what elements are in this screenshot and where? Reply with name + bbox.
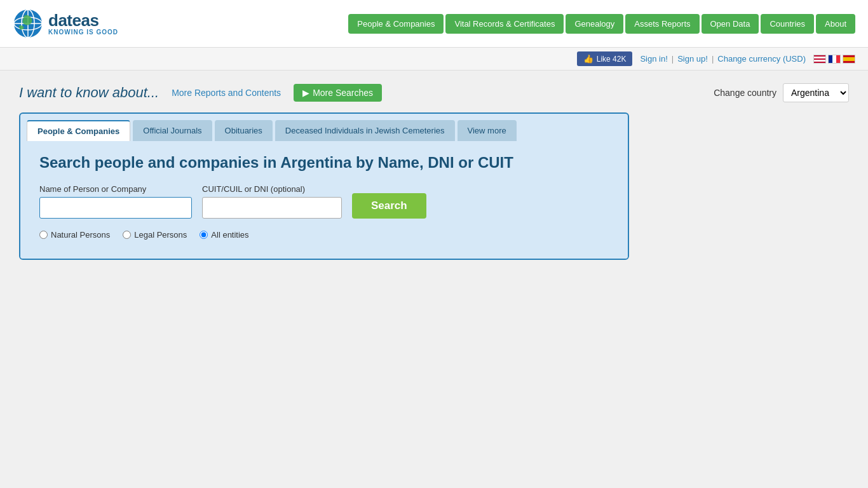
natural-persons-text: Natural Persons — [51, 230, 110, 240]
legal-persons-radio[interactable] — [123, 231, 131, 239]
search-panel: People & Companies Official Journals Obi… — [19, 112, 629, 260]
tab-obituaries[interactable]: Obituaries — [215, 120, 273, 141]
flag-fr-icon[interactable] — [828, 55, 841, 64]
know-title: I want to know about... — [19, 85, 159, 101]
all-entities-text: All entities — [211, 230, 248, 240]
nav-vital-records[interactable]: Vital Records & Certificates — [445, 14, 564, 34]
logo-area: dateas KNOWING IS GOOD — [13, 8, 118, 39]
flag-es-icon[interactable] — [843, 55, 855, 64]
name-label: Name of Person or Company — [39, 184, 192, 194]
nav-open-data[interactable]: Open Data — [702, 14, 759, 34]
change-country-label: Change country — [714, 88, 776, 98]
nav-countries[interactable]: Countries — [761, 14, 814, 34]
main-nav: People & Companies Vital Records & Certi… — [348, 14, 855, 34]
language-flags — [813, 55, 855, 64]
nav-people-companies[interactable]: People & Companies — [348, 14, 444, 34]
brand-tagline: KNOWING IS GOOD — [48, 29, 118, 36]
sign-up-link[interactable]: Sign up! — [677, 54, 708, 64]
natural-persons-radio[interactable] — [39, 231, 48, 239]
legal-persons-label[interactable]: Legal Persons — [123, 230, 187, 240]
name-input[interactable] — [39, 197, 192, 219]
natural-persons-label[interactable]: Natural Persons — [39, 230, 110, 240]
tab-bar: People & Companies Official Journals Obi… — [20, 114, 628, 141]
sub-header: 👍 Like 42K Sign in! | Sign up! | Change … — [0, 48, 868, 71]
logo-text: dateas KNOWING IS GOOD — [48, 12, 118, 36]
search-form-area: Search people and companies in Argentina… — [20, 141, 628, 259]
more-searches-label: More Searches — [313, 88, 373, 98]
country-select[interactable]: ArgentinaBrazilChileColombiaMexicoPeruUr… — [783, 83, 849, 102]
nav-about[interactable]: About — [816, 14, 855, 34]
know-bar: I want to know about... More Reports and… — [19, 83, 849, 102]
tab-official-journals[interactable]: Official Journals — [133, 120, 212, 141]
flag-us-icon[interactable] — [813, 55, 826, 64]
search-title: Search people and companies in Argentina… — [39, 154, 609, 172]
facebook-like[interactable]: 👍 Like 42K — [577, 51, 633, 66]
all-entities-label[interactable]: All entities — [200, 230, 248, 240]
auth-links: Sign in! | Sign up! | Change currency (U… — [640, 54, 806, 64]
nav-genealogy[interactable]: Genealogy — [566, 14, 623, 34]
entity-type-group: Natural Persons Legal Persons All entiti… — [39, 230, 609, 240]
tab-jewish-cemeteries[interactable]: Deceased Individuals in Jewish Cemeterie… — [275, 120, 455, 141]
logo-globe-icon — [13, 8, 43, 39]
nav-assets-reports[interactable]: Assets Reports — [625, 14, 699, 34]
thumbs-up-icon: 👍 — [583, 54, 593, 64]
fb-like-label: Like 42K — [597, 55, 627, 64]
cuit-input[interactable] — [202, 197, 342, 219]
header: dateas KNOWING IS GOOD People & Companie… — [0, 0, 868, 48]
play-icon: ▶ — [302, 88, 309, 98]
search-button[interactable]: Search — [352, 193, 426, 219]
tab-view-more[interactable]: View more — [458, 120, 517, 141]
legal-persons-text: Legal Persons — [134, 230, 187, 240]
form-row-inputs: Name of Person or Company CUIT/CUIL or D… — [39, 184, 609, 219]
more-searches-button[interactable]: ▶ More Searches — [294, 84, 382, 102]
all-entities-radio[interactable] — [200, 231, 208, 239]
sign-in-link[interactable]: Sign in! — [640, 54, 667, 64]
brand-name: dateas — [48, 12, 118, 29]
name-group: Name of Person or Company — [39, 184, 192, 219]
main-content: I want to know about... More Reports and… — [0, 71, 868, 273]
tab-people-companies[interactable]: People & Companies — [27, 120, 130, 141]
more-reports-link[interactable]: More Reports and Contents — [172, 88, 281, 98]
cuit-group: CUIT/CUIL or DNI (optional) — [202, 184, 342, 219]
cuit-label: CUIT/CUIL or DNI (optional) — [202, 184, 342, 194]
change-currency-link[interactable]: Change currency (USD) — [717, 54, 806, 64]
change-country-area: Change country ArgentinaBrazilChileColom… — [714, 83, 849, 102]
